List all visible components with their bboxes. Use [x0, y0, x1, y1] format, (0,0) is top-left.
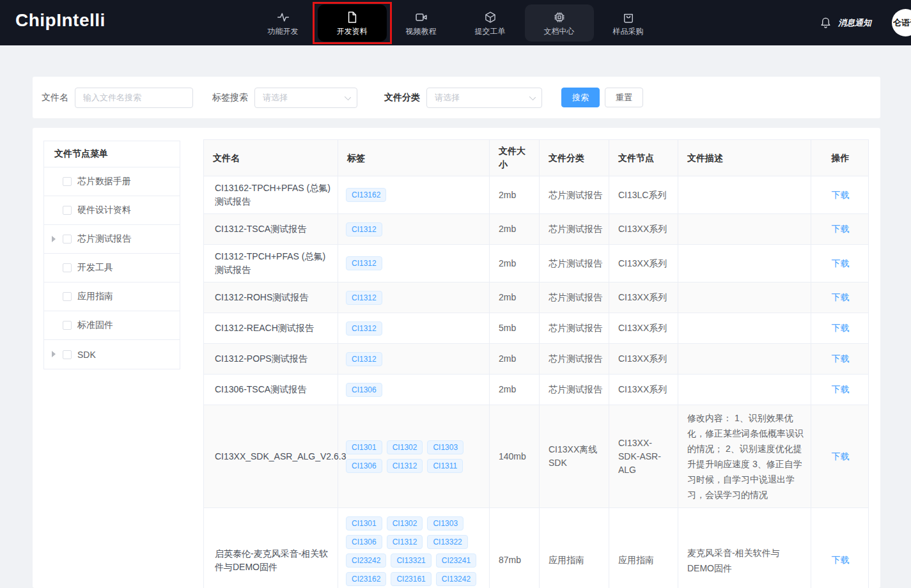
caret-right-icon[interactable]	[52, 236, 56, 242]
nav-item-label: 提交工单	[475, 27, 506, 35]
tag-chip: CI1312	[346, 256, 382, 270]
file-name-cell: CI1312-POPS测试报告	[204, 344, 338, 374]
action-cell: 下载	[811, 375, 869, 405]
file-size-cell: 87mb	[490, 508, 540, 588]
column-header: 文件名	[204, 140, 338, 176]
logo: ChipIntelli	[15, 10, 105, 31]
action-cell: 下载	[811, 176, 869, 213]
sidebar-item[interactable]: 芯片测试报告	[44, 225, 180, 254]
notification-area[interactable]: 消息通知	[820, 0, 871, 45]
action-cell: 下载	[811, 214, 869, 244]
cube-icon	[484, 11, 497, 24]
tag-chip: CI23161	[391, 572, 431, 586]
notification-label: 消息通知	[838, 17, 871, 29]
file-node-cell: CI13XX系列	[609, 375, 678, 405]
file-category-cell: CI13XX离线SDK	[540, 405, 609, 507]
tag-chip: CI13242	[436, 572, 476, 586]
download-link[interactable]: 下载	[832, 189, 850, 202]
checkbox[interactable]	[63, 350, 72, 359]
tag-chip: CI1303	[427, 516, 463, 530]
tag-chip: CI1306	[346, 535, 382, 549]
nav-item-label: 功能开发	[268, 27, 299, 35]
tag-chip: CI1312	[346, 291, 382, 305]
file-table-area: 文件名标签文件大小文件分类文件节点文件描述操作CI13162-TPCH+PFAS…	[203, 139, 869, 588]
file-size-cell: 2mb	[490, 176, 540, 213]
tag-chip: CI1312	[346, 222, 382, 236]
checkbox[interactable]	[63, 177, 72, 186]
nav-item-feature-dev[interactable]: 功能开发	[249, 4, 318, 42]
tag-chip: CI1312	[346, 352, 382, 366]
checkbox[interactable]	[63, 321, 72, 330]
file-name-input[interactable]	[75, 88, 193, 108]
sidebar-item[interactable]: 应用指南	[44, 282, 180, 311]
tags-cell: CI1312	[338, 313, 490, 343]
download-link[interactable]: 下载	[832, 352, 850, 366]
table-row: CI1312-TSCA测试报告CI13122mb芯片测试报告CI13XX系列下载	[204, 214, 868, 245]
table-row: CI1312-REACH测试报告CI13125mb芯片测试报告CI13XX系列下…	[204, 313, 868, 344]
tag-search-select[interactable]: 请选择	[254, 88, 357, 108]
file-category-cell: 芯片测试报告	[540, 375, 609, 405]
checkbox[interactable]	[63, 235, 72, 244]
chevron-down-icon	[529, 93, 536, 100]
file-node-cell: CI13XX系列	[609, 245, 678, 282]
nav-item-sample-purchase[interactable]: 样品采购	[594, 4, 663, 42]
action-cell: 下载	[811, 282, 869, 313]
file-name-cell: CI1312-TPCH+PFAS (总氟)测试报告	[204, 245, 338, 282]
sidebar-title: 文件节点菜单	[44, 141, 180, 167]
file-description-cell	[678, 344, 811, 374]
sidebar-item[interactable]: 硬件设计资料	[44, 196, 180, 225]
checkbox[interactable]	[63, 292, 72, 301]
column-header: 文件描述	[678, 140, 811, 176]
avatar[interactable]: 仑语音	[892, 9, 911, 36]
nav-item-dev-resources[interactable]: 开发资料	[318, 4, 387, 42]
download-link[interactable]: 下载	[832, 553, 850, 567]
download-link[interactable]: 下载	[832, 222, 850, 236]
sidebar-item-label: SDK	[77, 350, 96, 360]
reset-button[interactable]: 重置	[605, 88, 643, 107]
column-header: 操作	[811, 140, 869, 176]
table-row: CI13162-TPCH+PFAS (总氟)测试报告CI131622mb芯片测试…	[204, 176, 868, 214]
download-link[interactable]: 下载	[832, 383, 850, 396]
sidebar-item-label: 芯片测试报告	[77, 233, 131, 245]
sidebar-item[interactable]: 标准固件	[44, 311, 180, 340]
sidebar-item[interactable]: 开发工具	[44, 254, 180, 282]
nav-item-label: 视频教程	[406, 27, 437, 35]
checkbox[interactable]	[63, 263, 72, 272]
tags-cell: CI13162	[338, 176, 490, 213]
nav-item-label: 文档中心	[544, 27, 575, 35]
file-node-cell: CI13XX系列	[609, 214, 678, 244]
search-button[interactable]: 搜索	[561, 88, 600, 107]
tag-chip: CI1312	[387, 459, 423, 473]
tags-cell: CI1301CI1302CI1303CI1306CI1312CI1311	[338, 405, 490, 507]
chip-icon	[553, 11, 566, 24]
pulse-icon	[277, 11, 290, 24]
sidebar-item[interactable]: 芯片数据手册	[44, 167, 180, 196]
file-name-cell: 启英泰伦-麦克风采音-相关软件与DEMO固件	[204, 508, 338, 588]
file-node-cell: CI13XX系列	[609, 344, 678, 374]
file-name-cell: CI1312-TSCA测试报告	[204, 214, 338, 244]
file-description-cell	[678, 375, 811, 405]
file-node-cell: CI13LC系列	[609, 176, 678, 213]
download-link[interactable]: 下载	[832, 291, 850, 304]
table-row: CI13XX_SDK_ASR_ALG_V2.6.3CI1301CI1302CI1…	[204, 405, 868, 508]
category-select[interactable]: 请选择	[426, 88, 542, 108]
download-link[interactable]: 下载	[832, 450, 850, 463]
table-row: 启英泰伦-麦克风采音-相关软件与DEMO固件CI1301CI1302CI1303…	[204, 508, 868, 588]
file-size-cell: 2mb	[490, 245, 540, 282]
caret-right-icon[interactable]	[52, 351, 56, 357]
content-panel: 文件节点菜单 芯片数据手册硬件设计资料芯片测试报告开发工具应用指南标准固件SDK…	[33, 128, 880, 588]
column-header: 文件大小	[490, 140, 540, 176]
nav-item-submit-ticket[interactable]: 提交工单	[456, 4, 525, 42]
checkbox[interactable]	[63, 206, 72, 215]
file-name-cell: CI1312-ROHS测试报告	[204, 282, 338, 313]
file-description-cell	[678, 313, 811, 343]
action-cell: 下载	[811, 344, 869, 374]
download-link[interactable]: 下载	[832, 257, 850, 270]
file-icon	[346, 11, 359, 24]
nav-item-video-tutorials[interactable]: 视频教程	[387, 4, 456, 42]
table-header-row: 文件名标签文件大小文件分类文件节点文件描述操作	[204, 140, 868, 176]
nav-item-doc-center[interactable]: 文档中心	[525, 4, 594, 42]
file-description-cell	[678, 176, 811, 213]
sidebar-item[interactable]: SDK	[44, 340, 180, 369]
download-link[interactable]: 下载	[832, 321, 850, 335]
